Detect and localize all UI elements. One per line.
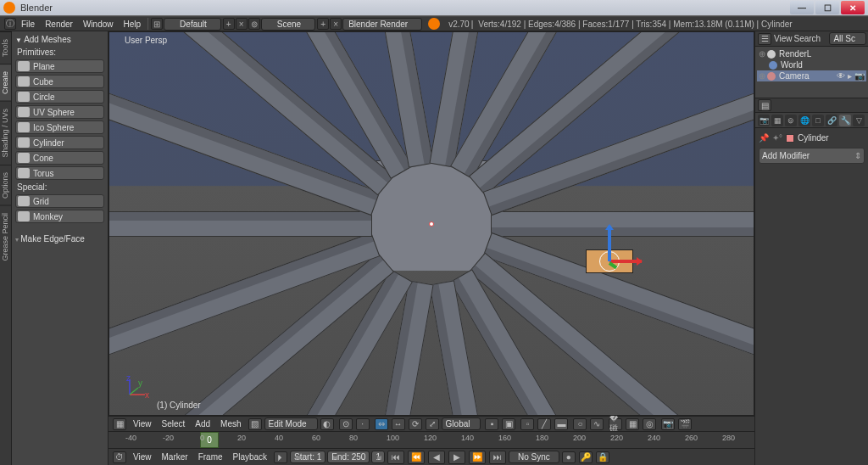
outliner-display-mode[interactable]: All Sc (829, 32, 866, 45)
mode-icon[interactable]: ▧ (248, 418, 262, 430)
jump-to-start-button[interactable]: ⏮ (387, 451, 404, 464)
add-cone-button[interactable]: Cone (15, 151, 104, 165)
use-preview-range-button[interactable]: ⏵ (274, 451, 287, 463)
mode-dropdown[interactable]: Edit Mode (264, 417, 318, 430)
insert-keyframe-button[interactable]: 🔒 (596, 451, 609, 463)
timeline-view-menu[interactable]: View (129, 452, 156, 462)
snap-element-button[interactable]: ▦ (626, 418, 639, 430)
pivot-align-button[interactable]: · (356, 418, 370, 430)
editor-type-3dview-icon[interactable]: ▦ (113, 418, 126, 430)
add-monkey-button[interactable]: Monkey (15, 210, 104, 223)
sync-mode-dropdown[interactable]: No Sync (509, 451, 559, 463)
screen-layout-dropdown[interactable]: Default (164, 18, 221, 31)
end-frame-field[interactable]: ◂End: 250▸ (327, 451, 370, 463)
pin-icon[interactable]: 📌 (759, 133, 769, 143)
mesh-menu[interactable]: Mesh (216, 419, 245, 429)
menu-window[interactable]: Window (78, 20, 119, 29)
tab-grease-pencil[interactable]: Grease Pencil (0, 205, 11, 268)
window-minimize-button[interactable]: — (790, 1, 814, 14)
outliner[interactable]: ⊕RenderL World ⊕Camera👁 ▸ 📷 (755, 47, 868, 98)
add-uvsphere-button[interactable]: UV Sphere (15, 105, 104, 119)
select-menu[interactable]: Select (158, 419, 190, 429)
tab-constraints[interactable]: 🔗 (826, 115, 837, 126)
menu-help[interactable]: Help (119, 20, 147, 29)
pivot-point-button[interactable]: ⊙ (339, 418, 353, 430)
manipulator-toggle[interactable]: ⇔ (375, 418, 388, 430)
view-menu[interactable]: View (129, 419, 156, 429)
outliner-item-camera[interactable]: ⊕Camera👁 ▸ 📷 (757, 70, 866, 81)
editor-type-timeline-icon[interactable]: ⏱ (113, 451, 126, 463)
timeline-marker-menu[interactable]: Marker (158, 452, 192, 462)
vertex-select-mode[interactable]: ▫ (520, 418, 534, 430)
add-circle-button[interactable]: Circle (15, 90, 104, 104)
add-cylinder-button[interactable]: Cylinder (15, 136, 104, 149)
play-button[interactable]: ▶ (448, 451, 465, 464)
add-plane-button[interactable]: Plane (15, 59, 104, 73)
outliner-item-render-layers[interactable]: ⊕RenderL (757, 48, 866, 59)
window-close-button[interactable]: ✕ (841, 1, 865, 14)
timeline-playback-menu[interactable]: Playback (229, 452, 272, 462)
snap-target-button[interactable]: ◎ (643, 418, 656, 430)
add-icosphere-button[interactable]: Ico Sphere (15, 120, 104, 134)
tab-modifiers[interactable]: 🔧 (839, 115, 851, 126)
face-select-mode[interactable]: ▬ (554, 418, 568, 430)
jump-prev-keyframe-button[interactable]: ⏪ (408, 451, 425, 464)
screen-browse-icon[interactable]: ⊞ (151, 18, 163, 30)
scene-browse-icon[interactable]: ⊚ (248, 18, 260, 30)
add-grid-button[interactable]: Grid (15, 194, 104, 208)
manipulator-translate[interactable]: ↔ (392, 418, 405, 430)
scene-dropdown[interactable]: Scene (261, 18, 315, 31)
manipulator-scale[interactable]: ⤢ (426, 418, 439, 430)
proportional-falloff-button[interactable]: ∿ (590, 418, 604, 430)
auto-keyframe-button[interactable]: ● (562, 451, 576, 463)
render-engine-dropdown[interactable]: Blender Render (342, 18, 422, 31)
gizmo-x-axis[interactable] (609, 260, 642, 263)
editor-type-icon[interactable]: ⓘ (4, 18, 16, 30)
add-meshes-panel-header[interactable]: Add Meshes (14, 33, 106, 46)
render-anim-button[interactable]: 🎬 (678, 418, 692, 430)
jump-next-keyframe-button[interactable]: ⏩ (469, 451, 486, 464)
play-reverse-button[interactable]: ◀ (428, 451, 445, 464)
current-frame-field[interactable]: ◂1▸ (371, 451, 385, 463)
outliner-view-menu[interactable]: View (774, 34, 793, 43)
add-torus-button[interactable]: Torus (15, 166, 104, 180)
add-menu[interactable]: Add (191, 419, 214, 429)
tab-options[interactable]: Options (0, 165, 11, 205)
tab-world[interactable]: 🌐 (798, 115, 810, 126)
menu-file[interactable]: File (16, 20, 40, 29)
tab-object[interactable]: □ (812, 115, 824, 126)
editor-type-outliner-icon[interactable]: ☰ (758, 33, 771, 45)
jump-to-end-button[interactable]: ⏭ (489, 451, 506, 464)
tab-create[interactable]: Create (0, 64, 11, 101)
tab-tools[interactable]: Tools (0, 31, 11, 64)
gizmo-z-axis[interactable] (608, 226, 611, 261)
limit-selection-button[interactable]: ▣ (502, 418, 515, 430)
start-frame-field[interactable]: ◂Start: 1▸ (290, 451, 326, 463)
window-maximize-button[interactable]: ☐ (815, 1, 839, 14)
timeline-ruler[interactable]: 0 -40-2002040608010012014016018020022024… (108, 431, 754, 448)
tab-render[interactable]: 📷 (758, 115, 770, 126)
tab-data[interactable]: ▽ (853, 115, 865, 126)
operator-panel-header[interactable]: Make Edge/Face (14, 231, 106, 247)
timeline-frame-menu[interactable]: Frame (194, 452, 227, 462)
keying-set-button[interactable]: 🔑 (579, 451, 593, 463)
layers-button-1[interactable]: ▪ (485, 418, 498, 430)
screen-add-button[interactable]: + (223, 18, 235, 30)
proportional-edit-button[interactable]: ○ (573, 418, 587, 430)
scene-add-button[interactable]: + (317, 18, 329, 30)
viewport-shading-button[interactable]: ◐ (320, 418, 334, 430)
manipulator-rotate[interactable]: ⟳ (409, 418, 422, 430)
scene-delete-button[interactable]: × (330, 18, 342, 30)
transform-orientation-dropdown[interactable]: Global (442, 417, 481, 430)
snap-toggle[interactable]: �磁 (609, 418, 622, 430)
3d-viewport[interactable]: User Persp xzy (1) Cylinder (108, 31, 754, 416)
tab-shading-uvs[interactable]: Shading / UVs (0, 101, 11, 165)
render-preview-button[interactable]: 📷 (661, 418, 675, 430)
add-cube-button[interactable]: Cube (15, 75, 104, 88)
menu-render[interactable]: Render (40, 20, 78, 29)
tab-scene[interactable]: ⊚ (785, 115, 797, 126)
tab-render-layers[interactable]: ▦ (771, 115, 783, 126)
editor-type-properties-icon[interactable]: ▤ (758, 99, 771, 111)
screen-delete-button[interactable]: × (236, 18, 248, 30)
edge-select-mode[interactable]: ╱ (537, 418, 551, 430)
